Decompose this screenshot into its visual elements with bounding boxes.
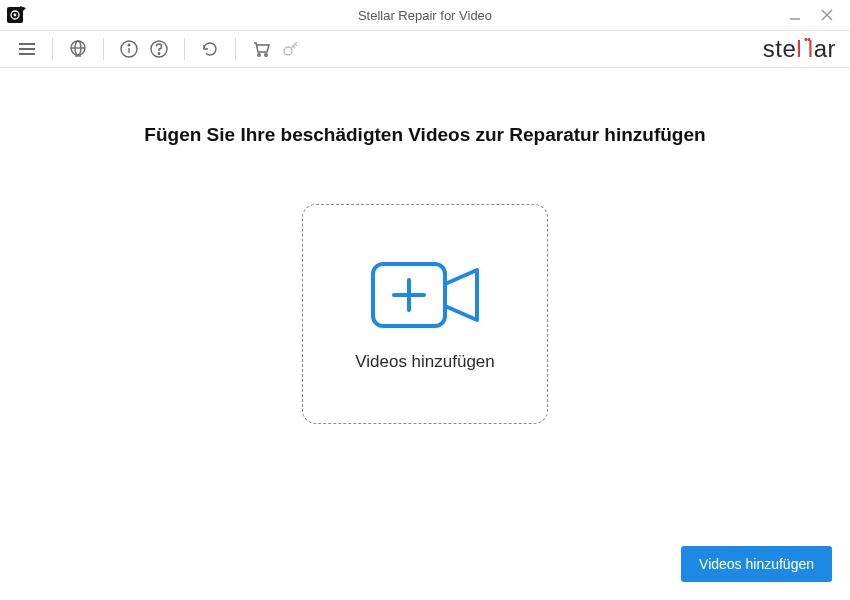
refresh-button[interactable] (197, 36, 223, 62)
toolbar-separator (52, 38, 53, 60)
key-button[interactable] (278, 36, 304, 62)
close-button[interactable] (820, 8, 834, 22)
language-button[interactable] (65, 36, 91, 62)
brand-text: ste (763, 35, 797, 63)
brand-text: ar (814, 35, 836, 63)
app-icon (6, 4, 28, 26)
dropzone-label: Videos hinzufügen (355, 352, 495, 372)
svg-point-18 (265, 54, 268, 57)
video-camera-plus-icon (365, 256, 485, 334)
cart-button[interactable] (248, 36, 274, 62)
svg-point-16 (158, 53, 160, 55)
titlebar: Stellar Repair for Video (0, 0, 850, 30)
brand-logo: stel••lar (763, 35, 836, 63)
menu-button[interactable] (14, 36, 40, 62)
svg-point-17 (258, 54, 261, 57)
add-videos-button[interactable]: Videos hinzufügen (681, 546, 832, 582)
footer: Videos hinzufügen (0, 546, 850, 600)
toolbar: stel••lar (0, 30, 850, 68)
window-controls (788, 8, 844, 22)
svg-point-19 (284, 47, 292, 55)
brand-dots: •• (804, 33, 810, 45)
toolbar-separator (184, 38, 185, 60)
page-headline: Fügen Sie Ihre beschädigten Videos zur R… (144, 124, 705, 146)
svg-point-2 (14, 14, 17, 17)
brand-text-red: l (796, 35, 802, 63)
window-title: Stellar Repair for Video (0, 8, 850, 23)
toolbar-separator (103, 38, 104, 60)
svg-point-14 (128, 44, 130, 46)
add-videos-dropzone[interactable]: Videos hinzufügen (302, 204, 548, 424)
minimize-button[interactable] (788, 8, 802, 22)
toolbar-separator (235, 38, 236, 60)
info-button[interactable] (116, 36, 142, 62)
help-button[interactable] (146, 36, 172, 62)
main-content: Fügen Sie Ihre beschädigten Videos zur R… (0, 68, 850, 546)
